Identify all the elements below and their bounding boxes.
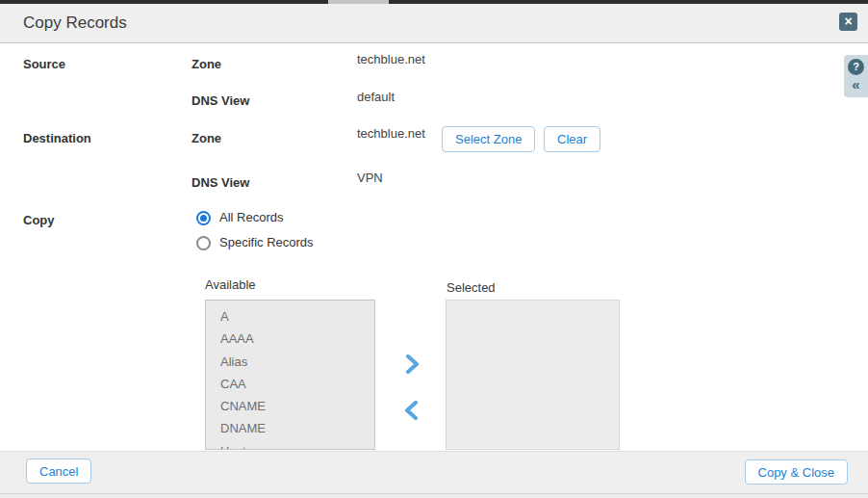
list-item[interactable]: CNAME [206, 395, 374, 417]
collapse-icon[interactable]: « [844, 77, 868, 92]
move-left-button[interactable] [401, 400, 422, 421]
all-records-radio-label[interactable]: All Records [219, 210, 283, 224]
selected-listbox[interactable] [446, 300, 620, 450]
copy-and-close-button[interactable]: Copy & Close [745, 459, 848, 485]
chevron-left-icon [402, 409, 421, 424]
dialog-title: Copy Records [23, 13, 127, 33]
close-icon[interactable]: × [839, 13, 857, 31]
destination-section-label: Destination [23, 131, 91, 145]
all-records-radio[interactable] [196, 211, 211, 225]
bottom-page-strip [0, 494, 868, 498]
source-section-label: Source [23, 57, 65, 71]
copy-section-label: Copy [23, 213, 55, 227]
selected-list-label: Selected [447, 280, 496, 295]
list-item[interactable]: CAA [206, 373, 374, 395]
list-item[interactable]: A [206, 305, 374, 328]
help-icon[interactable]: ? [848, 59, 864, 75]
move-right-button[interactable] [401, 354, 422, 375]
help-panel: ? « [844, 55, 868, 97]
list-item[interactable]: Host [206, 440, 374, 450]
specific-records-radio[interactable] [196, 236, 211, 250]
destination-zone-value: techblue.net [357, 126, 425, 141]
chevron-right-icon [402, 363, 421, 378]
destination-dns-view-value: VPN [357, 170, 383, 185]
source-zone-value: techblue.net [357, 52, 425, 66]
cancel-button[interactable]: Cancel [26, 459, 91, 484]
source-dns-view-label: DNS View [191, 93, 249, 108]
dialog-title-bar: Copy Records × [0, 4, 868, 43]
copy-records-dialog: Copy Records × ? « Source Zone techblue.… [0, 0, 868, 498]
source-dns-view-value: default [357, 90, 395, 104]
destination-zone-label: Zone [191, 131, 221, 145]
dialog-footer [0, 451, 868, 494]
list-item[interactable]: DNAME [206, 417, 374, 439]
specific-records-radio-label[interactable]: Specific Records [219, 235, 314, 249]
available-listbox[interactable]: AAAAAAliasCAACNAMEDNAMEHost [205, 300, 375, 450]
available-list-label: Available [205, 277, 256, 292]
source-zone-label: Zone [191, 57, 221, 71]
clear-button[interactable]: Clear [544, 126, 600, 152]
list-item[interactable]: Alias [206, 351, 374, 373]
destination-dns-view-label: DNS View [191, 175, 249, 190]
select-zone-button[interactable]: Select Zone [442, 126, 535, 152]
list-item[interactable]: AAAA [206, 328, 374, 350]
